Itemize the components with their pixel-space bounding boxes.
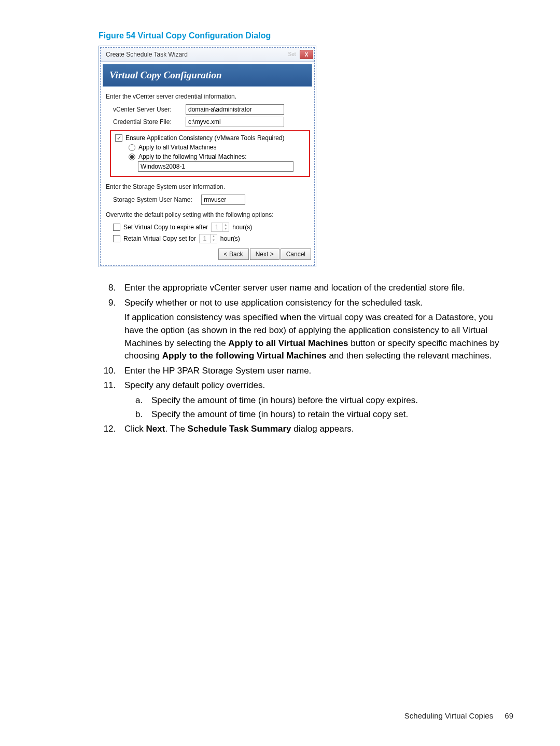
- overwrite-prompt: Overwrite the default policy setting wit…: [106, 211, 309, 218]
- spinner-up-icon[interactable]: ▲: [211, 234, 217, 239]
- retain-label: Retain Virtual Copy set for: [123, 235, 196, 242]
- spinner-up-icon[interactable]: ▲: [222, 223, 229, 227]
- step-10: Enter the HP 3PAR Storage System user na…: [118, 365, 513, 378]
- retain-spinner[interactable]: 1 ▲ ▼: [199, 234, 217, 243]
- apply-following-label: Apply to the following Virtual Machines:: [138, 153, 247, 160]
- page-number: 69: [505, 711, 513, 720]
- retain-checkbox[interactable]: [113, 235, 120, 242]
- expire-label: Set Virtual Copy to expire after: [123, 224, 208, 231]
- step-9: Specify whether or not to use applicatio…: [118, 297, 513, 363]
- expire-spinner[interactable]: 1 ▲ ▼: [211, 223, 229, 232]
- figure-caption: Figure 54 Virtual Copy Configuration Dia…: [99, 31, 513, 40]
- close-button[interactable]: X: [300, 50, 313, 59]
- cred-store-label: Credential Store File:: [113, 118, 186, 126]
- step-11: Specify any default policy overrides. Sp…: [118, 379, 513, 421]
- set-button-disabled: Set: [285, 50, 299, 59]
- dialog-banner: Virtual Copy Configuration: [103, 64, 312, 87]
- dialog-title: Create Schedule Task Wizard: [106, 51, 188, 58]
- step-8: Enter the appropriate vCenter server use…: [118, 282, 513, 295]
- apply-all-radio[interactable]: [129, 144, 135, 151]
- footer-section: Scheduling Virtual Copies: [404, 711, 494, 720]
- consistency-highlight-box: Ensure Application Consistency (VMware T…: [110, 130, 310, 177]
- apply-all-label: Apply to all Virtual Machines: [138, 144, 217, 151]
- retain-value: 1: [200, 234, 210, 243]
- spinner-down-icon[interactable]: ▼: [211, 239, 217, 243]
- instruction-list: Enter the appropriate vCenter server use…: [99, 282, 513, 436]
- storage-prompt: Enter the Storage System user informatio…: [106, 183, 309, 190]
- cred-store-input[interactable]: [186, 117, 284, 127]
- storage-user-label: Storage System User Name:: [113, 196, 201, 203]
- step-11b: Specify the amount of time (in hours) to…: [145, 408, 513, 421]
- retain-unit: hour(s): [220, 235, 240, 242]
- vcenter-cred-prompt: Enter the vCenter server credential info…: [106, 93, 309, 100]
- vcenter-user-label: vCenter Server User:: [113, 106, 186, 113]
- step-12: Click Next. The Schedule Task Summary di…: [118, 423, 513, 436]
- step-11-sublist: Specify the amount of time (in hours) be…: [124, 394, 513, 421]
- ensure-consistency-label: Ensure Application Consistency (VMware T…: [125, 134, 285, 142]
- back-button[interactable]: < Back: [218, 248, 249, 260]
- storage-user-input[interactable]: [201, 195, 245, 205]
- step-11a: Specify the amount of time (in hours) be…: [145, 394, 513, 407]
- page-footer: Scheduling Virtual Copies 69: [404, 711, 513, 720]
- apply-following-radio[interactable]: [129, 154, 135, 160]
- cancel-button[interactable]: Cancel: [281, 248, 311, 260]
- expire-checkbox[interactable]: [113, 224, 120, 231]
- spinner-down-icon[interactable]: ▼: [222, 227, 229, 231]
- expire-value: 1: [212, 223, 222, 231]
- dialog-window: Create Schedule Task Wizard Set X Virtua…: [99, 46, 316, 267]
- vcenter-user-input[interactable]: [186, 104, 284, 115]
- expire-unit: hour(s): [232, 224, 252, 231]
- ensure-consistency-checkbox[interactable]: [115, 134, 122, 142]
- vm-list-input[interactable]: [138, 161, 293, 172]
- next-button[interactable]: Next >: [250, 248, 279, 260]
- dialog-titlebar: Create Schedule Task Wizard Set X: [101, 48, 314, 62]
